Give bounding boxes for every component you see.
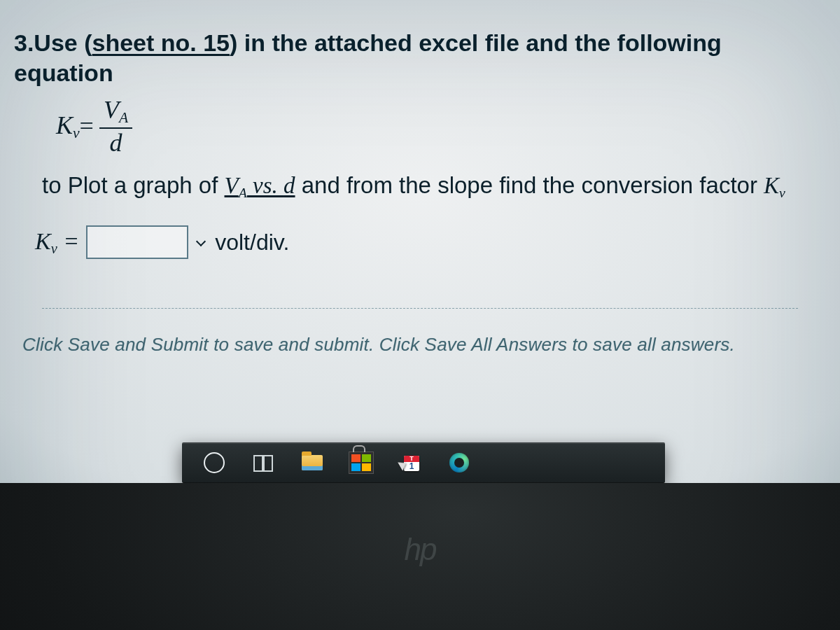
divider [42,308,798,309]
prompt-prefix: 3.Use ( [14,29,92,56]
plot-kv: Kv [764,173,785,198]
edge-icon [449,453,469,472]
unit-dropdown[interactable] [195,236,208,248]
task-view-icon [253,455,273,470]
question-content: 3.Use (sheet no. 15) in the attached exc… [14,28,826,356]
answer-label: Kv = [35,228,79,257]
equation: Kv = VA d [56,97,826,155]
save-hint: Click Save and Submit to save and submit… [22,334,826,356]
plot-vs: vs. [247,173,284,198]
plot-va: VA [225,173,247,198]
chevron-down-icon [195,236,208,248]
kv-input[interactable] [86,225,188,259]
plot-p1: to Plot a graph of [42,172,225,198]
store-icon [349,451,374,474]
windows-taskbar: 1 [182,442,665,483]
eq-numerator: VA [99,97,132,129]
desk-surface [0,483,840,630]
unit-label: volt/div. [215,230,289,255]
task-view-button[interactable] [249,449,277,477]
question-prompt: 3.Use (sheet no. 15) in the attached exc… [14,28,826,88]
bag-handle-icon [353,445,365,452]
eq-fraction: VA d [99,97,132,155]
sheet-link[interactable]: sheet no. 15 [92,29,230,56]
screen-photo: 3.Use (sheet no. 15) in the attached exc… [0,0,840,630]
cortana-button[interactable] [200,449,228,477]
plot-instruction: to Plot a graph of VA vs. d and from the… [42,171,826,202]
plot-d: d [284,173,295,198]
circle-icon [204,452,225,473]
plot-p2: and from the slope find the conversion f… [295,172,764,198]
eq-sign: = [80,111,94,141]
folder-icon [302,455,323,470]
file-explorer-button[interactable] [298,449,326,477]
eq-lhs: Kv [56,111,80,142]
microsoft-store-button[interactable] [347,449,375,477]
answer-row: Kv = volt/div. [35,225,826,259]
tracker-icon: 1 [400,453,421,472]
eq-denominator: d [110,129,122,155]
edge-button[interactable] [445,449,473,477]
tracker-app-button[interactable]: 1 [396,449,424,477]
